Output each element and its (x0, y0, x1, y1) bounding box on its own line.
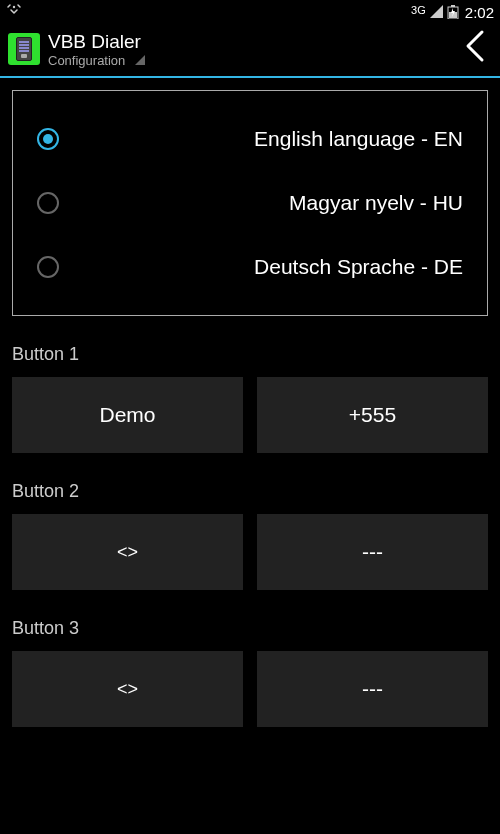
app-header: VBB Dialer Configuration (0, 24, 500, 78)
button3-row: <> --- (12, 651, 488, 727)
status-bar: 3G 2:02 (0, 0, 500, 24)
radio-label: Deutsch Sprache - DE (59, 255, 463, 279)
svg-point-0 (13, 6, 15, 8)
language-option-de[interactable]: Deutsch Sprache - DE (37, 235, 463, 287)
button3-name-cell[interactable]: <> (12, 651, 243, 727)
header-text-block[interactable]: VBB Dialer Configuration (48, 31, 448, 68)
content-area: English language - EN Magyar nyelv - HU … (0, 78, 500, 739)
radio-icon (37, 128, 59, 150)
battery-icon (447, 4, 459, 21)
dropdown-indicator-icon (135, 55, 145, 65)
button2-section-label: Button 2 (12, 481, 488, 502)
button2-row: <> --- (12, 514, 488, 590)
app-icon (8, 33, 40, 65)
app-subtitle: Configuration (48, 53, 448, 68)
radio-label: Magyar nyelv - HU (59, 191, 463, 215)
signal-icon (430, 4, 443, 20)
language-option-en[interactable]: English language - EN (37, 119, 463, 171)
button2-name-cell[interactable]: <> (12, 514, 243, 590)
button1-name-cell[interactable]: Demo (12, 377, 243, 453)
button1-section-label: Button 1 (12, 344, 488, 365)
radio-icon (37, 256, 59, 278)
button3-value-cell[interactable]: --- (257, 651, 488, 727)
language-selection-box: English language - EN Magyar nyelv - HU … (12, 90, 488, 316)
subtitle-label: Configuration (48, 53, 125, 68)
network-type-label: 3G (411, 4, 426, 16)
button1-value-cell[interactable]: +555 (257, 377, 488, 453)
status-left-icon (6, 2, 22, 21)
button1-row: Demo +555 (12, 377, 488, 453)
radio-label: English language - EN (59, 127, 463, 151)
app-title: VBB Dialer (48, 31, 448, 53)
back-button[interactable] (456, 28, 492, 70)
language-option-hu[interactable]: Magyar nyelv - HU (37, 171, 463, 235)
radio-icon (37, 192, 59, 214)
button2-value-cell[interactable]: --- (257, 514, 488, 590)
button3-section-label: Button 3 (12, 618, 488, 639)
status-clock: 2:02 (465, 4, 494, 21)
